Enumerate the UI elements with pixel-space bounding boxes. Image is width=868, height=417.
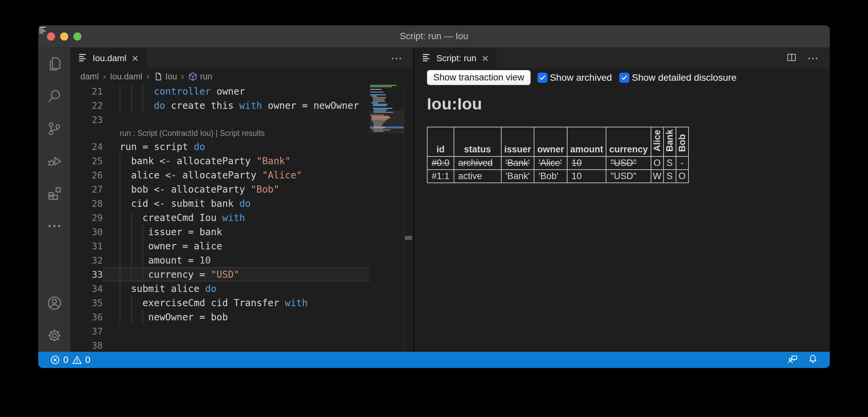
- code-line[interactable]: 28cid <- submit bank do: [70, 196, 369, 211]
- window-title: Script: run — Iou: [400, 31, 468, 42]
- code-token: 10: [199, 255, 211, 266]
- minimap-line: [373, 124, 383, 125]
- minimap-line: [371, 128, 383, 129]
- close-tab-icon[interactable]: ×: [131, 52, 139, 64]
- breadcrumb-separator: ›: [103, 71, 106, 82]
- source-control-icon[interactable]: [38, 113, 70, 145]
- traffic-lights: [47, 32, 81, 41]
- checkbox-show-detailed-disclosure[interactable]: Show detailed disclosure: [619, 72, 737, 83]
- code-line[interactable]: 29createCmd Iou with: [70, 211, 369, 225]
- column-header-amount: amount: [567, 127, 606, 156]
- code-line[interactable]: 22do create this with owner = newOwner: [70, 98, 369, 113]
- party-column-header-bank: Bank: [664, 127, 676, 156]
- code-line[interactable]: 35exerciseCmd cid Transfer with: [70, 296, 369, 310]
- line-content: exerciseCmd cid Transfer with: [103, 296, 369, 310]
- code-line[interactable]: 37: [70, 324, 369, 338]
- minimap-line: [373, 109, 388, 110]
- warnings-status[interactable]: 0: [72, 354, 90, 365]
- minimap-line: [370, 115, 384, 116]
- show-transaction-view-button[interactable]: Show transaction view: [427, 70, 531, 85]
- status-bar-right: [787, 353, 818, 367]
- breadcrumb-item-file[interactable]: Iou.daml: [110, 72, 142, 81]
- indent-guides: [120, 98, 154, 113]
- more-actions-icon[interactable]: ⋯: [391, 52, 403, 64]
- code-line[interactable]: 34submit alice do: [70, 281, 369, 296]
- minimap-line: [373, 97, 386, 98]
- results-toolbar: Show transaction view Show archivedShow …: [427, 70, 830, 85]
- code-token: do: [239, 198, 251, 209]
- zoom-window-button[interactable]: [73, 32, 81, 41]
- more-actions-icon[interactable]: ⋯: [807, 52, 820, 64]
- code-line[interactable]: 36newOwner = bob: [70, 310, 369, 324]
- party-column-header-alice: Alice: [651, 127, 664, 156]
- scrollbar-thumb[interactable]: [405, 236, 412, 240]
- explorer-icon[interactable]: [38, 48, 70, 80]
- minimap-line: [373, 131, 384, 132]
- checkbox-show-archived[interactable]: Show archived: [537, 72, 612, 83]
- line-content: cid <- submit bank do: [103, 196, 369, 211]
- file-icon: [153, 72, 163, 81]
- code-lens[interactable]: run : Script (ContractId Iou) | Script r…: [70, 127, 369, 140]
- warning-icon: [72, 354, 82, 365]
- minimap-line: [373, 100, 384, 101]
- line-content: [103, 338, 369, 352]
- code-token: controller: [154, 86, 211, 97]
- module-cube-icon: [188, 72, 197, 81]
- errors-status[interactable]: 0: [50, 354, 68, 365]
- breadcrumb-item-daml[interactable]: daml: [80, 72, 99, 81]
- breadcrumb-item-symbol[interactable]: run: [188, 72, 212, 81]
- line-content: [103, 324, 369, 338]
- line-number: 37: [70, 326, 103, 337]
- code-line[interactable]: 26alice <- allocateParty "Alice": [70, 168, 369, 182]
- minimize-window-button[interactable]: [60, 32, 68, 41]
- vscode-window: Script: run — Iou: [38, 25, 830, 368]
- code-line[interactable]: 33currency = "USD": [70, 267, 369, 281]
- code-line[interactable]: 38: [70, 338, 369, 352]
- minimap[interactable]: [370, 84, 404, 352]
- run-debug-icon[interactable]: [38, 145, 70, 177]
- code-line[interactable]: 30issuer = bank: [70, 225, 369, 239]
- minimap-line: [371, 116, 389, 117]
- line-content: do create this with owner = newOwner: [103, 98, 369, 113]
- daml-file-icon: [38, 25, 47, 34]
- code-line[interactable]: 24run = script do: [70, 140, 369, 154]
- account-icon[interactable]: [38, 287, 70, 319]
- table-row: #0:0archived'Bank''Alice'10"USD"OS-: [427, 156, 689, 170]
- line-content: submit alice do: [103, 281, 369, 296]
- indent-guides: [120, 281, 131, 296]
- checkbox-box[interactable]: [537, 73, 548, 83]
- code-editor[interactable]: 21controller owner22do create this with …: [70, 84, 413, 352]
- table-cell: #0:0: [427, 156, 454, 170]
- tab-iou-daml[interactable]: Iou.daml ×: [70, 48, 147, 69]
- code-line[interactable]: 32amount = 10: [70, 253, 369, 267]
- breadcrumb-item-module[interactable]: Iou: [153, 72, 177, 81]
- code-token: with: [222, 212, 245, 223]
- code-line[interactable]: 25bank <- allocateParty "Bank": [70, 154, 369, 168]
- table-cell: #1:1: [427, 170, 454, 183]
- code-line[interactable]: 23: [70, 113, 369, 127]
- code-line[interactable]: 21controller owner: [70, 84, 369, 98]
- code-line[interactable]: 31owner = alice: [70, 239, 369, 253]
- code-lines: 21controller owner22do create this with …: [70, 84, 369, 352]
- checkbox-box[interactable]: [619, 73, 629, 83]
- tab-script-run[interactable]: Script: run ×: [414, 48, 497, 69]
- bell-icon[interactable]: [807, 353, 818, 367]
- error-icon: [50, 354, 61, 365]
- party-cell: -: [676, 156, 689, 170]
- minimap-line: [371, 120, 386, 121]
- split-editor-icon[interactable]: [786, 52, 797, 64]
- search-icon[interactable]: [38, 80, 70, 113]
- minimap-line: [373, 105, 386, 106]
- close-window-button[interactable]: [47, 32, 55, 41]
- minimap-line: [371, 96, 377, 97]
- more-icon[interactable]: [38, 210, 70, 242]
- editor-scrollbar[interactable]: [404, 84, 413, 352]
- code-line[interactable]: 27bob <- allocateParty "Bob": [70, 182, 369, 196]
- feedback-icon[interactable]: [787, 353, 798, 367]
- line-content: currency = "USD": [103, 267, 369, 281]
- problems-status[interactable]: 0 0: [50, 354, 90, 365]
- settings-gear-icon[interactable]: [38, 319, 70, 352]
- extensions-icon[interactable]: [38, 177, 70, 210]
- line-number: 32: [70, 255, 103, 266]
- close-tab-icon[interactable]: ×: [481, 52, 489, 64]
